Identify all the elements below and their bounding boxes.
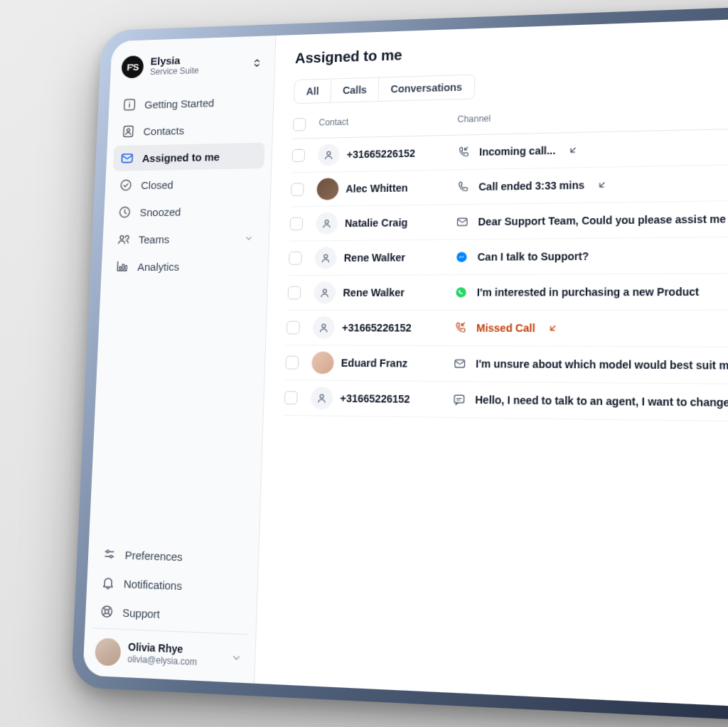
filter-tabs: All Calls Conversations [294,75,475,104]
row-checkbox[interactable] [292,149,306,163]
tablet-frame: F'S Elysia Service Suite Getting Started [73,0,728,727]
sidebar-item-label: Contacts [143,124,184,137]
bell-icon [101,575,116,591]
table-row[interactable]: Rene WalkerI'm interested in purchasing … [287,273,728,311]
sidebar-item-analytics[interactable]: Analytics [108,252,261,279]
sidebar-item-support[interactable]: Support [92,598,250,631]
tab-conversations[interactable]: Conversations [379,75,474,101]
sidebar-item-preferences[interactable]: Preferences [95,540,251,572]
avatar [311,352,334,375]
table-row[interactable]: Rene WalkerCan I talk to Support? [289,235,728,276]
contacts-icon [121,124,135,139]
sidebar-item-label: Snoozed [139,205,181,218]
table-row[interactable]: +31665226152Hello, I need to talk to an … [284,380,728,424]
sidebar-item-snoozed[interactable]: Snoozed [110,198,263,225]
avatar [318,144,340,166]
brand-logo: F'S [121,55,144,78]
message-preview: Dear Support Team, Could you please assi… [478,211,728,227]
row-checkbox[interactable] [291,183,304,196]
main-content: Assigned to me All Calls Conversations C… [255,11,728,719]
chat-icon [452,392,466,406]
email-icon [453,357,467,370]
sidebar-item-contacts[interactable]: Contacts [114,115,265,144]
contact-name: +31665226152 [340,392,410,405]
sidebar-item-label: Notifications [124,577,183,592]
sidebar-item-label: Getting Started [144,97,215,110]
sidebar-item-label: Teams [139,233,170,246]
tab-all[interactable]: All [294,79,331,103]
message-preview: I'm interested in purchasing a new Produ… [477,286,700,298]
table-body: +31665226152Incoming call...Alec Whitten… [284,124,728,425]
message-preview: Missed Call [476,322,535,334]
chart-icon [115,259,129,274]
avatar [95,637,122,666]
contact-name: Rene Walker [343,286,405,298]
avatar [314,281,336,303]
tab-calls[interactable]: Calls [331,78,379,102]
svg-point-27 [456,252,467,262]
chevron-down-icon [243,232,255,244]
message-preview: Can I talk to Support? [477,250,589,263]
phone-icon [456,181,469,194]
whatsapp-icon [454,286,468,299]
mail-icon [120,151,134,165]
message-preview: Hello, I need to talk to an agent, I wan… [475,394,728,410]
arrow-down-left-icon [547,323,558,333]
sidebar-item-label: Preferences [124,548,183,563]
messenger-icon [455,250,469,264]
svg-point-28 [456,287,466,297]
life-buoy-icon [100,603,114,619]
sidebar-item-label: Support [122,605,161,620]
row-checkbox[interactable] [287,286,301,300]
app-screen: F'S Elysia Service Suite Getting Started [82,11,728,719]
table-row[interactable]: Eduard FranzI'm unsure about which model… [285,345,728,387]
contact-name: +31665226152 [342,322,412,334]
avatar [316,178,338,200]
select-all-checkbox[interactable] [293,118,306,131]
users-icon [117,232,131,247]
arrow-down-left-icon [568,145,579,156]
clock-icon [117,205,132,219]
avatar [314,247,337,269]
phone-in-icon [454,321,467,335]
info-icon [122,97,136,112]
chevron-down-icon [230,650,243,664]
email-icon [456,215,469,229]
contact-name: Eduard Franz [341,357,408,370]
workspace-switcher[interactable]: F'S Elysia Service Suite [117,48,268,90]
sidebar-item-label: Analytics [137,260,180,273]
sidebar-item-getting-started[interactable]: Getting Started [115,88,267,117]
check-icon [119,178,133,192]
message-preview: Incoming call... [479,144,556,158]
sidebar-item-label: Closed [141,178,173,191]
table-row[interactable]: +31665226152Missed Call [286,311,728,348]
brand-subtitle: Service Suite [150,65,244,77]
sidebar-item-notifications[interactable]: Notifications [93,569,250,601]
chevron-updown-icon [250,56,263,69]
arrow-down-left-icon [596,180,607,190]
contact-name: +31665226152 [346,147,415,160]
page-title: Assigned to me [295,28,728,67]
contact-name: Natalie Craig [345,217,408,230]
sidebar: F'S Elysia Service Suite Getting Started [82,36,276,684]
avatar [313,316,336,339]
contact-name: Alec Whitten [346,182,408,195]
nav-primary: Getting Started Contacts Assigned to me … [108,85,267,282]
row-checkbox[interactable] [287,321,300,335]
column-channel: Channel [457,102,728,127]
sidebar-item-label: Assigned to me [142,150,220,163]
row-checkbox[interactable] [290,217,304,231]
nav-footer: Preferences Notifications Support [92,537,251,634]
sidebar-item-teams[interactable]: Teams [109,225,262,252]
avatar [311,387,333,409]
sidebar-item-assigned[interactable]: Assigned to me [113,143,265,171]
phone-in-icon [456,146,470,159]
sidebar-item-closed[interactable]: Closed [112,170,264,198]
row-checkbox[interactable] [289,252,302,265]
row-checkbox[interactable] [285,356,299,370]
user-menu[interactable]: Olivia Rhye olivia@elysia.com [90,628,248,675]
message-preview: Call ended 3:33 mins [478,179,584,193]
sliders-icon [102,546,117,562]
row-checkbox[interactable] [284,391,298,404]
contact-name: Rene Walker [344,252,406,264]
